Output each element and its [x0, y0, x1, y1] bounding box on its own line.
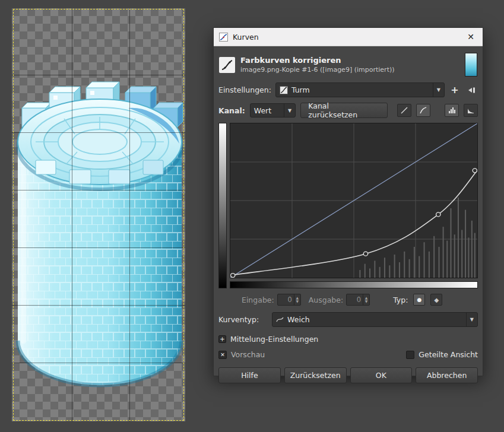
linear-trc-icon[interactable] — [397, 104, 411, 117]
canvas-grid-line — [12, 75, 185, 75]
smooth-curve-icon — [276, 316, 284, 323]
split-view-checkbox[interactable] — [406, 351, 414, 359]
spinner-arrows-icon[interactable]: ▲▼ — [363, 294, 369, 305]
chevron-down-icon: ▼ — [466, 313, 477, 326]
help-button[interactable]: Hilfe — [218, 367, 281, 383]
canvas-grid-line — [129, 8, 130, 421]
canvas-grid-line — [12, 363, 185, 363]
histogram-log-icon[interactable] — [464, 104, 478, 117]
presets-dropdown[interactable]: Turm ▼ — [275, 82, 445, 97]
close-icon[interactable]: ✕ — [464, 32, 477, 42]
settings-label: Einstellungen: — [218, 85, 271, 94]
add-preset-button[interactable]: + — [449, 84, 461, 97]
curve-chart[interactable] — [230, 123, 477, 278]
curves-dialog-icon — [219, 33, 228, 42]
output-label: Ausgabe: — [309, 296, 343, 304]
canvas-image-tower — [12, 8, 185, 421]
smooth-point-icon: ● — [417, 297, 421, 303]
cancel-button[interactable]: Abbrechen — [416, 367, 478, 383]
dialog-heading: Farbkurven korrigieren — [240, 56, 395, 65]
type-label: Typ: — [393, 296, 408, 304]
canvas-grid-line — [12, 190, 185, 190]
curve-control-point[interactable] — [231, 274, 235, 278]
canvas-grid-line — [72, 8, 72, 421]
image-thumbnail — [465, 53, 477, 77]
corner-point-icon: ◆ — [435, 297, 439, 303]
image-canvas[interactable] — [12, 8, 185, 421]
curve-type-value: Weich — [287, 315, 310, 324]
canvas-grid-line — [12, 305, 185, 306]
expand-plus-icon[interactable]: + — [218, 335, 226, 343]
reset-button[interactable]: Zurücksetzen — [284, 367, 347, 383]
curve-control-point[interactable] — [473, 169, 477, 173]
preset-curve-icon — [280, 86, 288, 94]
dialog-header: Farbkurven korrigieren image9.png-Kopie … — [218, 50, 478, 82]
curve-control-point[interactable] — [363, 252, 367, 256]
preview-label: Vorschau — [231, 350, 265, 359]
blending-options-expander[interactable]: + Mittelung-Einstellungen — [218, 335, 478, 344]
input-spinbox[interactable]: 0 ▲▼ — [277, 294, 301, 306]
curves-tool-icon — [219, 57, 235, 73]
channel-dropdown[interactable]: Wert ▼ — [250, 103, 296, 117]
preset-value: Turm — [291, 85, 310, 94]
preview-checkbox[interactable]: ✕ — [218, 351, 227, 359]
channel-value: Wert — [254, 106, 271, 115]
perceptual-trc-icon[interactable] — [416, 104, 430, 117]
corner-point-button[interactable]: ◆ — [430, 294, 442, 306]
curve-type-dropdown[interactable]: Weich ▼ — [272, 312, 478, 327]
dialog-titlebar[interactable]: Kurven ✕ — [214, 28, 483, 46]
presets-menu-icon[interactable] — [465, 84, 478, 97]
value-gradient-horizontal — [230, 281, 478, 288]
canvas-grid-line — [12, 132, 185, 133]
curve-type-label: Kurventyp: — [218, 315, 259, 324]
split-view-label: Geteilte Ansicht — [419, 350, 478, 359]
curve-control-point[interactable] — [436, 212, 440, 217]
canvas-grid-line — [12, 247, 185, 248]
curve-plot-area[interactable] — [230, 123, 478, 278]
histogram-linear-icon[interactable] — [445, 104, 459, 117]
smooth-point-button[interactable]: ● — [413, 294, 425, 306]
blending-options-label: Mittelung-Einstellungen — [230, 335, 318, 344]
chevron-down-icon: ▼ — [284, 104, 295, 117]
spinner-arrows-icon[interactable]: ▲▼ — [294, 294, 300, 305]
reset-channel-button[interactable]: Kanal zurücksetzen — [300, 103, 388, 118]
output-value: 0 — [347, 294, 363, 305]
image-name-label: image9.png-Kopie #1-6 ([image9] (importi… — [240, 66, 395, 74]
curves-dialog: Kurven ✕ Farbkurven korrigieren image9.p… — [213, 27, 483, 376]
chevron-down-icon: ▼ — [433, 83, 444, 97]
ok-button[interactable]: OK — [350, 367, 413, 383]
output-spinbox[interactable]: 0 ▲▼ — [346, 294, 370, 306]
channel-label: Kanal: — [218, 106, 245, 115]
dialog-title: Kurven — [233, 33, 259, 42]
value-gradient-vertical — [218, 123, 227, 288]
input-label: Eingabe: — [242, 296, 274, 304]
input-value: 0 — [278, 294, 294, 305]
gimp-window: { "window": { "title": "Kurven", "close_… — [0, 0, 504, 432]
